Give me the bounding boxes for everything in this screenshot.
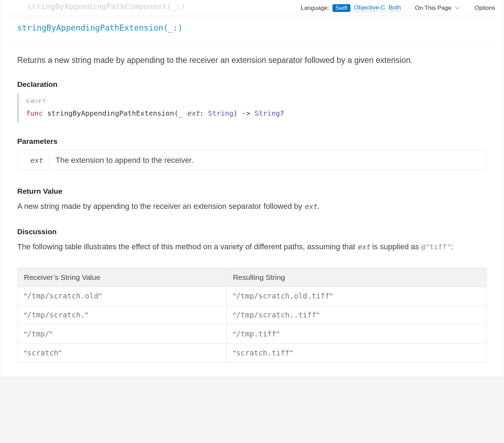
title-divider — [0, 42, 504, 43]
parameters-table: ext The extension to append to the recei… — [17, 150, 487, 170]
param-name-cell: ext — [18, 151, 49, 170]
page: stringByAppendingPathComponent(_:) Langu… — [0, 0, 504, 377]
chevron-down-icon — [454, 5, 460, 11]
example-cell: “scratch” — [18, 344, 227, 363]
return-text-pre: A new string made by appending to the re… — [17, 202, 304, 211]
options-button[interactable]: Options — [474, 5, 495, 12]
language-label: Language: — [301, 5, 329, 12]
discussion-pre: The following table illustrates the effe… — [17, 242, 357, 251]
return-code: ext — [304, 202, 317, 211]
breadcrumb-pointer-icon — [23, 13, 31, 21]
decl-return-type: String — [254, 109, 280, 117]
declaration-code: func stringByAppendingPathExtension(_ ex… — [26, 109, 487, 117]
table-row: “scratch”“scratch.tiff” — [18, 344, 487, 363]
decl-keyword: func — [26, 109, 43, 117]
examples-table: Receiver’s String Value Resulting String… — [17, 268, 487, 363]
table-row: “/tmp/”“/tmp.tiff” — [18, 325, 487, 344]
discussion-heading: Discussion — [17, 227, 487, 236]
content: stringByAppendingPathExtension(_:) Retur… — [0, 16, 504, 377]
decl-optional: ? — [280, 109, 284, 117]
summary-text: Returns a new string made by appending t… — [17, 54, 487, 66]
declaration-language-label: SWIFT — [26, 98, 487, 104]
decl-close-paren: ) — [233, 109, 238, 117]
parameters-heading: Parameters — [17, 137, 487, 146]
return-value-heading: Return Value — [17, 187, 487, 195]
example-cell: “/tmp/scratch.old.tiff” — [226, 287, 486, 306]
discussion-mid: is supplied as — [370, 242, 421, 251]
example-cell: “/tmp/scratch.old” — [18, 287, 227, 306]
table-row: “/tmp/scratch.”“/tmp/scratch..tiff” — [18, 306, 487, 325]
discussion-code-tiff: @"tiff" — [421, 243, 451, 251]
decl-colon: : — [200, 109, 204, 117]
example-cell: “/tmp/” — [18, 325, 227, 344]
examples-header-result: Resulting String — [226, 268, 486, 287]
page-title: stringByAppendingPathExtension(_:) — [17, 23, 487, 32]
declaration-heading: Declaration — [17, 80, 487, 89]
decl-open-paren: ( — [174, 109, 178, 117]
declaration-block: SWIFT func stringByAppendingPathExtensio… — [17, 94, 487, 122]
examples-header-receiver: Receiver’s String Value — [18, 268, 227, 287]
previous-method-ghost: stringByAppendingPathComponent(_:) — [27, 2, 185, 11]
example-cell: “/tmp.tiff” — [226, 325, 486, 344]
return-value-text: A new string made by appending to the re… — [17, 200, 487, 212]
table-header-row: Receiver’s String Value Resulting String — [18, 268, 487, 287]
decl-arrow: -> — [242, 109, 250, 117]
return-text-post: . — [317, 202, 319, 211]
on-this-page-label: On This Page — [415, 5, 452, 12]
decl-underscore: _ — [179, 109, 183, 117]
discussion-text: The following table illustrates the effe… — [17, 241, 487, 252]
decl-param-name: ext — [187, 109, 200, 117]
decl-function-name: stringByAppendingPathExtension — [47, 109, 174, 117]
language-switcher: Language: Swift Objective-C Both — [301, 4, 401, 12]
param-desc-cell: The extension to append to the receiver. — [49, 151, 487, 170]
discussion-post: : — [451, 242, 453, 251]
language-swift-button[interactable]: Swift — [332, 4, 350, 12]
example-cell: “/tmp/scratch..tiff” — [226, 306, 486, 325]
discussion-code-ext: ext — [357, 243, 370, 251]
example-cell: “/tmp/scratch.” — [18, 306, 227, 325]
topbar: stringByAppendingPathComponent(_:) Langu… — [0, 0, 504, 16]
on-this-page-dropdown[interactable]: On This Page — [415, 5, 461, 12]
language-both-button[interactable]: Both — [389, 4, 401, 12]
table-row: ext The extension to append to the recei… — [18, 151, 487, 170]
table-row: “/tmp/scratch.old”“/tmp/scratch.old.tiff… — [18, 287, 487, 306]
decl-param-type: String — [208, 109, 233, 117]
example-cell: “scratch.tiff” — [226, 344, 486, 363]
language-objc-button[interactable]: Objective-C — [354, 4, 385, 12]
